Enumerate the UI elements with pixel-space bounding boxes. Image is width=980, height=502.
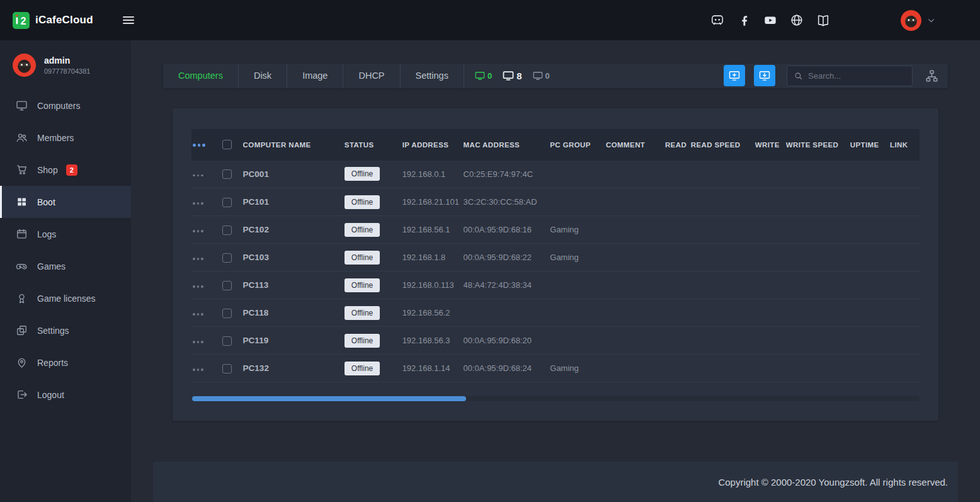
tab-disk[interactable]: Disk bbox=[239, 64, 287, 88]
read-speed bbox=[691, 271, 755, 299]
search-input[interactable] bbox=[808, 71, 906, 81]
write-speed bbox=[786, 161, 850, 188]
tab-label: Settings bbox=[416, 71, 448, 81]
reports-icon bbox=[16, 357, 28, 368]
logs-icon bbox=[16, 228, 28, 240]
website-globe-icon[interactable] bbox=[790, 13, 804, 27]
computer-name: PC119 bbox=[243, 327, 345, 355]
read-speed bbox=[691, 216, 755, 244]
comment bbox=[606, 355, 665, 382]
sidebar-item-logout[interactable]: Logout bbox=[0, 379, 131, 411]
col-comment[interactable]: COMMENT bbox=[606, 129, 665, 161]
row-checkbox[interactable] bbox=[222, 225, 232, 235]
col-ip-address[interactable]: IP ADDRESS bbox=[402, 129, 464, 161]
ip-address: 192.168.0.113 bbox=[402, 271, 464, 299]
row-menu-icon[interactable] bbox=[191, 283, 205, 290]
discord-icon[interactable] bbox=[710, 13, 724, 27]
row-menu-icon[interactable] bbox=[191, 172, 205, 180]
row-menu-icon[interactable] bbox=[191, 366, 205, 374]
tab-image[interactable]: Image bbox=[287, 64, 343, 88]
col-status[interactable]: STATUS bbox=[345, 129, 402, 161]
documentation-book-icon[interactable] bbox=[816, 13, 830, 27]
sidebar-item-games[interactable]: Games bbox=[0, 250, 131, 282]
table-row-pc103: PC103 Offline 192.168.1.8 00:0A:95:9D:68… bbox=[191, 244, 920, 271]
computer-name: PC101 bbox=[243, 188, 345, 216]
row-checkbox[interactable] bbox=[222, 336, 232, 346]
sidebar-item-boot[interactable]: Boot bbox=[0, 186, 131, 218]
row-checkbox[interactable] bbox=[222, 169, 232, 179]
profile-menu[interactable] bbox=[901, 10, 936, 31]
row-menu-icon[interactable] bbox=[191, 338, 205, 346]
facebook-icon[interactable] bbox=[737, 13, 751, 27]
col-pc-group[interactable]: PC GROUP bbox=[550, 129, 606, 161]
col-uptime[interactable]: UPTIME bbox=[850, 129, 890, 161]
tab-computers[interactable]: Computers bbox=[163, 64, 239, 88]
read bbox=[665, 271, 691, 299]
row-checkbox[interactable] bbox=[222, 253, 232, 263]
comment bbox=[606, 244, 665, 271]
sidebar-item-reports[interactable]: Reports bbox=[0, 346, 131, 379]
row-checkbox[interactable] bbox=[222, 309, 232, 318]
mac-address: 3C:2C:30:CC:58:AD bbox=[464, 188, 550, 216]
sidebar-item-settings[interactable]: Settings bbox=[0, 314, 131, 346]
col-write[interactable]: WRITE bbox=[755, 129, 786, 161]
row-menu-icon[interactable] bbox=[191, 227, 205, 235]
col-read[interactable]: READ bbox=[665, 129, 691, 161]
online-count: 0 bbox=[474, 70, 492, 81]
scrollbar-thumb[interactable] bbox=[192, 396, 466, 401]
read-speed bbox=[691, 327, 755, 355]
bulk-actions-icon[interactable] bbox=[191, 141, 207, 149]
tab-settings[interactable]: Settings bbox=[401, 64, 464, 88]
computer-name: PC132 bbox=[243, 355, 345, 382]
push-image-button[interactable] bbox=[754, 65, 775, 86]
col-computer-name[interactable]: COMPUTER NAME bbox=[243, 129, 345, 161]
footer: Copyright © 2000-2020 Youngzsoft. All ri… bbox=[153, 462, 958, 502]
app-logo[interactable]: 2 iCafeCloud bbox=[13, 12, 93, 29]
tab-bar: Computers Disk Image DHCP Se bbox=[163, 64, 464, 88]
link bbox=[890, 271, 920, 299]
status-badge: Offline bbox=[345, 167, 380, 181]
sidebar-item-logs[interactable]: Logs bbox=[0, 218, 131, 250]
row-menu-icon[interactable] bbox=[191, 255, 205, 263]
uptime bbox=[850, 216, 890, 244]
comment bbox=[606, 161, 665, 188]
row-menu-icon[interactable] bbox=[191, 200, 205, 207]
write bbox=[755, 161, 786, 188]
row-checkbox[interactable] bbox=[222, 198, 232, 207]
mac-address: 00:0A:95:9D:68:20 bbox=[464, 327, 550, 355]
row-menu-icon[interactable] bbox=[191, 311, 205, 318]
row-checkbox[interactable] bbox=[222, 364, 232, 374]
uptime bbox=[850, 327, 890, 355]
link bbox=[890, 216, 920, 244]
read bbox=[665, 355, 691, 382]
sidebar-item-shop[interactable]: Shop 2 bbox=[0, 154, 131, 186]
uptime bbox=[850, 188, 890, 216]
pc-group: Gaming bbox=[550, 244, 606, 271]
write bbox=[755, 271, 786, 299]
search-box bbox=[787, 66, 913, 86]
network-topology-icon[interactable] bbox=[925, 69, 938, 83]
write bbox=[755, 355, 786, 382]
menu-toggle-icon[interactable] bbox=[121, 13, 136, 28]
sidebar-item-label: Boot bbox=[37, 197, 55, 207]
col-read-speed[interactable]: READ SPEED bbox=[691, 129, 755, 161]
mac-address: 00:0A:95:9D:68:22 bbox=[464, 244, 550, 271]
mac-address: 00:0A:95:9D:68:24 bbox=[464, 355, 550, 382]
sidebar-item-members[interactable]: Members bbox=[0, 122, 131, 154]
col-link[interactable]: LINK bbox=[890, 129, 920, 161]
mac-address: 48:A4:72:4D:38:34 bbox=[464, 271, 550, 299]
row-checkbox[interactable] bbox=[222, 281, 232, 290]
tab-dhcp[interactable]: DHCP bbox=[343, 64, 400, 88]
youtube-icon[interactable] bbox=[763, 13, 777, 27]
sidebar-item-game-licenses[interactable]: Game licenses bbox=[0, 282, 131, 314]
sidebar-item-computers[interactable]: Computers bbox=[0, 89, 131, 122]
comment bbox=[606, 299, 665, 327]
col-write-speed[interactable]: WRITE SPEED bbox=[786, 129, 850, 161]
read bbox=[665, 188, 691, 216]
read-speed bbox=[691, 355, 755, 382]
select-all-checkbox[interactable] bbox=[222, 140, 232, 149]
ip-address: 192.168.1.14 bbox=[402, 355, 464, 382]
add-computer-button[interactable] bbox=[724, 65, 745, 86]
col-mac-address[interactable]: MAC ADDRESS bbox=[464, 129, 550, 161]
table-row-pc001: PC001 Offline 192.168.0.1 C0:25:E9:74:97… bbox=[191, 161, 920, 188]
